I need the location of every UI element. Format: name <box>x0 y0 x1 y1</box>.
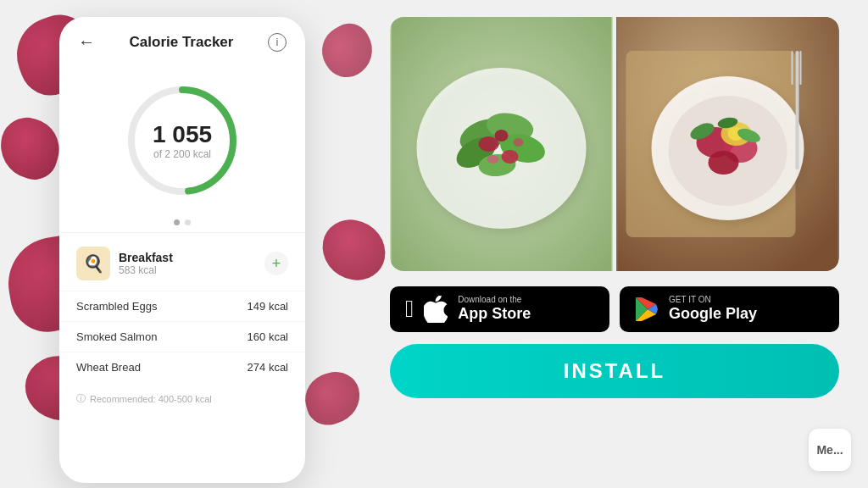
right-panel:  Download on the App Store GET IT ON Go… <box>390 17 839 398</box>
back-button[interactable]: ← <box>78 32 95 52</box>
calorie-center-text: 1 055 of 2 200 kcal <box>153 121 212 160</box>
svg-rect-26 <box>796 51 799 169</box>
beet-decoration-5 <box>313 16 382 86</box>
info-icon[interactable]: i <box>268 33 287 52</box>
google-play-button[interactable]: GET IT ON Google Play <box>620 286 839 332</box>
recommended-text: ⓘ Recommended: 400-500 kcal <box>59 382 305 405</box>
phone-mockup: ← Calorie Tracker i 1 055 of 2 200 kcal … <box>59 17 305 483</box>
apple-icon:  <box>405 296 414 323</box>
breakfast-icon-title: 🍳 Breakfast 583 kcal <box>76 247 173 280</box>
calorie-number: 1 055 <box>153 121 212 148</box>
dot-1[interactable] <box>174 219 180 225</box>
salad-image-svg <box>390 17 613 271</box>
breakfast-section: 🍳 Breakfast 583 kcal + <box>59 240 305 291</box>
install-button[interactable]: INSTALL <box>390 344 839 398</box>
app-store-line1: Download on the <box>458 295 531 305</box>
food-name-wheat-bread: Wheat Bread <box>76 361 141 374</box>
breakfast-kcal: 583 kcal <box>119 264 173 276</box>
phone-header: ← Calorie Tracker i <box>59 17 305 60</box>
svg-rect-27 <box>792 51 793 85</box>
svg-point-20 <box>709 151 739 175</box>
apple-logo-icon <box>424 296 448 323</box>
svg-point-10 <box>502 150 519 164</box>
food-name-smoked-salmon: Smoked Salmon <box>76 330 157 343</box>
svg-point-11 <box>495 130 509 141</box>
food-image-salad <box>390 17 613 271</box>
food-item-smoked-salmon: Smoked Salmon 160 kcal <box>59 321 305 352</box>
google-play-line1: GET IT ON <box>669 295 757 305</box>
beet-decoration-2 <box>0 112 66 185</box>
google-play-icon <box>635 297 659 322</box>
google-play-line2: Google Play <box>669 305 757 324</box>
dot-2[interactable] <box>185 219 191 225</box>
info-circle-icon: ⓘ <box>76 392 86 405</box>
food-item-scrambled-eggs: Scrambled Eggs 149 kcal <box>59 291 305 321</box>
food-kcal-smoked-salmon: 160 kcal <box>248 330 288 343</box>
phone-title: Calorie Tracker <box>130 34 234 51</box>
svg-point-12 <box>487 155 499 164</box>
breakfast-title-block: Breakfast 583 kcal <box>119 251 173 276</box>
bowl-image-svg <box>616 17 839 271</box>
me-button[interactable]: Me... <box>809 429 851 471</box>
food-kcal-scrambled-eggs: 149 kcal <box>248 300 288 313</box>
calorie-label: of 2 200 kcal <box>153 148 212 160</box>
food-kcal-wheat-bread: 274 kcal <box>248 361 288 374</box>
app-store-text: Download on the App Store <box>458 295 531 324</box>
carousel-dots <box>59 219 305 225</box>
add-food-button[interactable]: + <box>264 252 288 275</box>
food-image-bowl <box>616 17 839 271</box>
breakfast-header: 🍳 Breakfast 583 kcal + <box>76 247 288 280</box>
google-play-text: GET IT ON Google Play <box>669 295 757 324</box>
divider-top <box>59 232 305 233</box>
food-name-scrambled-eggs: Scrambled Eggs <box>76 300 157 313</box>
svg-point-13 <box>514 138 524 147</box>
calorie-circle-container: 1 055 of 2 200 kcal <box>59 60 305 213</box>
svg-rect-28 <box>800 51 802 85</box>
food-images <box>390 17 839 271</box>
beet-decoration-7 <box>299 367 365 430</box>
app-store-button[interactable]:  Download on the App Store <box>390 286 609 332</box>
app-store-line2: App Store <box>458 305 531 324</box>
breakfast-icon: 🍳 <box>76 247 110 280</box>
store-buttons:  Download on the App Store GET IT ON Go… <box>390 286 839 332</box>
breakfast-name: Breakfast <box>119 251 173 264</box>
beet-decoration-6 <box>317 215 390 285</box>
food-item-wheat-bread: Wheat Bread 274 kcal <box>59 352 305 382</box>
